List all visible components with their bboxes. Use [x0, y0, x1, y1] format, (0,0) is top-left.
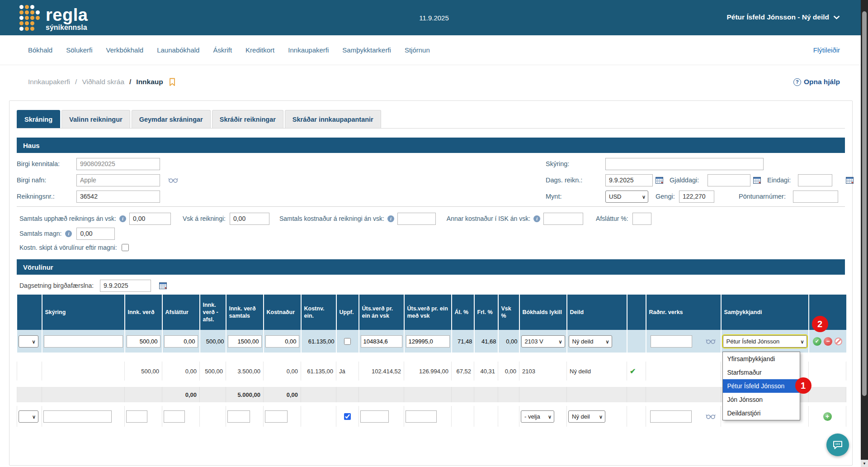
new-samtals-field[interactable] [227, 410, 250, 423]
nav-flytileidir[interactable]: Flýtileiðir [813, 46, 840, 54]
vertical-scrollbar[interactable] [861, 0, 868, 467]
dropdown-option[interactable]: Deildarstjóri [723, 406, 800, 420]
dropdown-option[interactable]: Jón Jónsson [723, 393, 800, 406]
tab-valinn-reikningur[interactable]: Valinn reikningur [61, 110, 130, 128]
lookup-glasses-icon[interactable] [168, 177, 178, 183]
cancel-line-icon[interactable] [835, 338, 842, 345]
nav-samthykktarkerfi[interactable]: Samþykktarkerfi [342, 46, 391, 54]
birgi-nafn-field[interactable] [76, 174, 160, 186]
entry-kostnadur-field[interactable] [265, 335, 299, 348]
gjalddagi-field[interactable] [708, 174, 750, 186]
dropdown-option-selected[interactable]: Pétur Ísfeld Jónsson 1 [723, 379, 800, 393]
info-icon[interactable] [119, 215, 126, 222]
nav-bokhald[interactable]: Bókhald [28, 46, 52, 54]
nav-kreditkort[interactable]: Kreditkort [245, 46, 274, 54]
entry-deild-select[interactable]: Ný deild [569, 335, 612, 348]
nav-askrift[interactable]: Áskrift [213, 46, 232, 54]
samtals-upphaed-label: Samtals upphæð reiknings án vsk: [19, 215, 116, 222]
breadcrumb-innkaupakerfi[interactable]: Innkaupakerfi [28, 78, 70, 86]
new-radnr-field[interactable] [650, 410, 692, 423]
samtals-upphaed-field[interactable] [129, 213, 171, 225]
skyring-field[interactable] [605, 158, 764, 170]
nav-verkbokhald[interactable]: Verkbókhald [106, 46, 144, 54]
new-innk-verd-field[interactable] [126, 410, 147, 423]
remove-line-icon[interactable] [824, 337, 832, 346]
entry-afslattur-field[interactable] [164, 335, 198, 348]
kostn-skipt-checkbox[interactable] [122, 244, 129, 251]
user-menu[interactable]: Pétur Ísfeld Jónsson - Ný deild [726, 13, 840, 21]
tab-skradar-innkaupapantanir[interactable]: Skráðar innkaupapantanir [285, 110, 381, 128]
chat-widget-button[interactable] [826, 434, 849, 456]
entry-approver-select[interactable]: Pétur Ísfeld Jónsson [723, 335, 807, 348]
reikningsnr-field[interactable] [76, 191, 160, 203]
entry-skyring-field[interactable] [44, 335, 123, 348]
col-actions: 2 [809, 295, 846, 330]
calendar-icon[interactable] [753, 176, 761, 184]
row-uts-an-vsk: 102.414,52 [359, 362, 404, 381]
dropdown-option[interactable]: Starfsmaður [723, 366, 800, 379]
scrollbar-thumb[interactable] [862, 11, 867, 396]
birgi-kennitala-field[interactable] [76, 158, 160, 170]
samtals-magn-field[interactable] [76, 228, 115, 240]
open-help-link[interactable]: Opna hjálp [793, 78, 840, 86]
new-kostnadur-field[interactable] [265, 410, 288, 423]
mynt-select[interactable]: USD [605, 191, 648, 203]
divider [17, 206, 845, 207]
eindagi-field[interactable] [798, 174, 832, 186]
entry-bokhalds-select[interactable]: 2103 V [521, 335, 565, 348]
info-icon[interactable] [533, 215, 540, 222]
tab-geymdar-skraningar[interactable]: Geymdar skráningar [132, 110, 211, 128]
col-verd-samtals: Innk. verð samtals [226, 295, 264, 330]
tab-skraning[interactable]: Skráning [17, 110, 60, 128]
calendar-icon[interactable] [656, 176, 663, 184]
annar-kostnadur-field[interactable] [543, 213, 583, 225]
new-bokhalds-select[interactable]: - velja [521, 410, 554, 423]
nav-launabokhald[interactable]: Launabókhald [157, 46, 199, 54]
dagsetning-field[interactable] [100, 280, 151, 292]
breadcrumb: Innkaupakerfi / Viðhald skráa / Innkaup … [0, 73, 868, 91]
brand-subtitle: sýnikennsla [46, 24, 88, 32]
entry-uts-an-vsk-field[interactable] [361, 335, 402, 348]
info-icon[interactable] [387, 215, 394, 222]
col-innk-verd: Innk. verð [125, 295, 162, 330]
lines-table: Skýring Innk. verð Afsláttur Innk. verð … [17, 295, 846, 427]
breadcrumb-vidhald-skraa[interactable]: Viðhald skráa [82, 78, 124, 86]
new-line-row: - velja Ný deil [17, 406, 846, 427]
entry-uts-med-vsk-field[interactable] [406, 335, 450, 348]
nav-stjornun[interactable]: Stjórnun [405, 46, 430, 54]
dags-reikn-field[interactable] [605, 174, 653, 186]
line-type-select[interactable] [19, 335, 38, 348]
vsk-field[interactable] [230, 213, 269, 225]
scroll-down-arrow-icon[interactable] [861, 460, 868, 467]
deild-value: Ný deild [572, 338, 594, 345]
entry-innk-verd-field[interactable] [127, 335, 160, 348]
lookup-glasses-icon[interactable] [706, 413, 716, 419]
new-uppf-checkbox[interactable] [344, 413, 351, 420]
info-icon[interactable] [65, 230, 72, 237]
gengi-field[interactable] [679, 191, 714, 203]
calendar-icon[interactable] [159, 282, 167, 289]
new-line-type-select[interactable] [19, 410, 38, 423]
entry-radnr-field[interactable] [651, 335, 692, 348]
new-uts-an-vsk-field[interactable] [360, 410, 389, 423]
confirm-line-icon[interactable] [813, 337, 821, 346]
entry-uppf-checkbox[interactable] [344, 338, 351, 345]
bookmark-icon[interactable] [169, 78, 175, 86]
nav-innkaupakerfi[interactable]: Innkaupakerfi [288, 46, 329, 54]
new-afslattur-field[interactable] [164, 410, 185, 423]
chevron-down-icon [599, 413, 603, 420]
new-skyring-field[interactable] [43, 410, 112, 423]
new-deild-select[interactable]: Ný deil [568, 410, 605, 423]
samtals-kostnadur-field[interactable] [397, 213, 436, 225]
nav-solukerfi[interactable]: Sölukerfi [66, 46, 92, 54]
calendar-icon[interactable] [846, 176, 854, 184]
app-logo[interactable]: regla sýnikennsla [19, 5, 88, 32]
dropdown-option[interactable]: Yfirsamþykkjandi [723, 352, 800, 366]
entry-samtals-field[interactable] [228, 335, 262, 348]
add-line-icon[interactable] [823, 412, 832, 421]
afslattur-field[interactable] [632, 213, 651, 225]
tab-skradir-reikningar[interactable]: Skráðir reikningar [212, 110, 283, 128]
pontunarnumer-field[interactable] [793, 191, 838, 203]
lookup-glasses-icon[interactable] [706, 338, 716, 344]
new-uts-med-vsk-field[interactable] [406, 410, 437, 423]
